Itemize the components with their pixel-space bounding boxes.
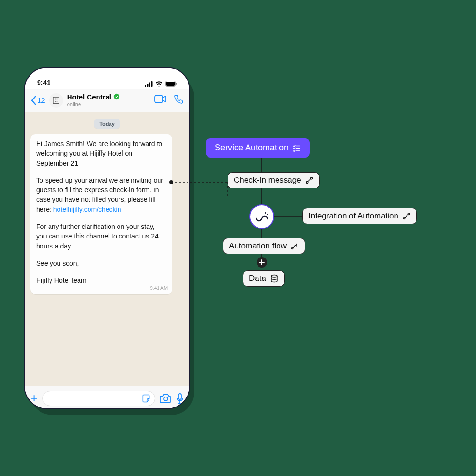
sticker-icon[interactable] (141, 394, 151, 403)
checkin-message-label: Check-In message (234, 176, 301, 185)
data-label: Data (249, 274, 266, 283)
contact-title[interactable]: Hotel Central online (67, 93, 150, 107)
attach-button[interactable]: + (30, 391, 38, 406)
date-chip: Today (94, 119, 120, 129)
flow-arrow-icon (290, 242, 299, 250)
msg-channel: For any further clarification on your st… (36, 222, 167, 251)
svg-point-13 (265, 212, 266, 214)
svg-rect-8 (155, 95, 163, 103)
checklist-icon (292, 144, 301, 152)
phone-mockup: 9:41 12 Hotel Central online (24, 67, 190, 409)
connector-lines (176, 143, 462, 333)
chat-header: 12 Hotel Central online (25, 89, 189, 112)
svg-point-14 (267, 214, 268, 215)
msg-team: Hijiffy Hotel team (36, 276, 167, 285)
connector-icon (305, 176, 314, 185)
back-count: 12 (37, 96, 45, 104)
verified-icon (113, 93, 120, 101)
integration-logo-icon (255, 211, 268, 222)
automation-flow-label: Automation flow (229, 241, 287, 251)
svg-point-16 (408, 213, 410, 215)
svg-rect-10 (178, 394, 181, 399)
chevron-left-icon (30, 96, 36, 105)
svg-rect-3 (151, 81, 153, 87)
svg-rect-5 (166, 82, 175, 86)
automation-flow-chip[interactable]: Automation flow (223, 238, 305, 254)
flow-icon (402, 212, 411, 220)
camera-button[interactable] (160, 394, 171, 403)
building-icon (52, 96, 60, 105)
svg-rect-0 (145, 85, 146, 87)
contact-status: online (67, 101, 150, 107)
svg-rect-2 (149, 82, 150, 87)
svg-point-15 (403, 218, 405, 219)
msg-greeting: Hi James Smith! We are looking forward t… (36, 139, 167, 168)
origin-dot (169, 180, 173, 184)
integration-label: Integration of Automation (308, 211, 398, 221)
svg-rect-1 (147, 84, 149, 87)
mic-button[interactable] (176, 393, 184, 404)
status-icons (145, 81, 177, 87)
incoming-message: Hi James Smith! We are looking forward t… (30, 134, 172, 294)
add-node-button[interactable] (257, 257, 267, 268)
automation-flow-diagram: Service Automation Check-In message Inte… (176, 143, 462, 333)
data-chip[interactable]: Data (243, 270, 285, 287)
message-input[interactable] (42, 391, 155, 406)
video-icon (154, 95, 167, 103)
wifi-icon (155, 81, 163, 87)
phone-notch (71, 68, 143, 81)
integration-chip[interactable]: Integration of Automation (302, 208, 417, 224)
svg-rect-7 (53, 97, 59, 104)
voice-call-button[interactable] (174, 95, 184, 106)
msg-timestamp: 9.41 AM (150, 285, 168, 292)
service-automation-chip[interactable]: Service Automation (206, 138, 310, 158)
chat-body[interactable]: Today Hi James Smith! We are looking for… (25, 112, 189, 386)
svg-rect-6 (176, 83, 177, 85)
cellular-icon (145, 81, 153, 87)
integration-hub[interactable] (249, 204, 274, 229)
plus-icon (259, 259, 265, 265)
msg-express: To speed up your arrival we are inviting… (36, 176, 167, 214)
status-time: 9:41 (37, 79, 50, 87)
battery-icon (165, 81, 177, 87)
service-automation-label: Service Automation (215, 143, 288, 153)
video-call-button[interactable] (154, 95, 167, 106)
contact-name: Hotel Central (67, 93, 111, 101)
svg-point-9 (164, 397, 168, 401)
contact-avatar[interactable] (49, 93, 63, 108)
checkin-link[interactable]: hotelhijiffy.com/checkin (53, 206, 121, 213)
composer: + (25, 386, 189, 409)
phone-icon (174, 95, 184, 104)
msg-seeyou: See you soon, (36, 258, 167, 268)
checkin-message-chip[interactable]: Check-In message (228, 172, 320, 188)
back-button[interactable]: 12 (30, 96, 45, 105)
database-icon (270, 274, 278, 283)
svg-point-18 (271, 275, 277, 278)
